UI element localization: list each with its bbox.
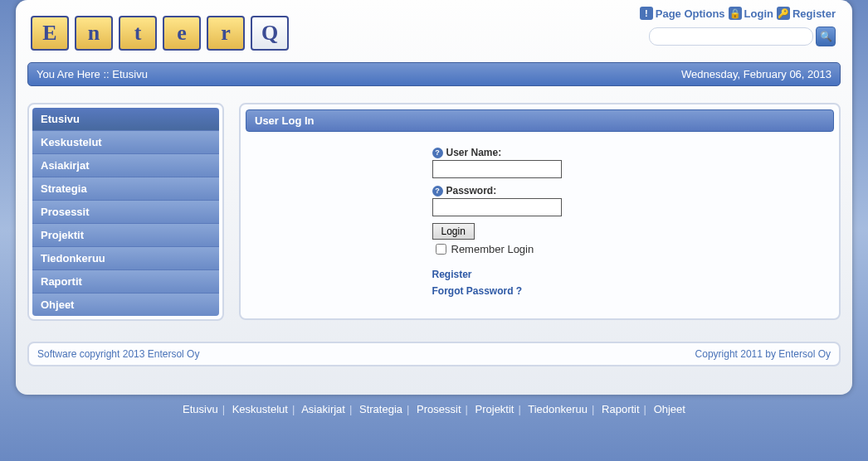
bottom-link-etusivu[interactable]: Etusivu — [183, 403, 218, 415]
separator: | — [349, 403, 352, 415]
content-module: User Log In ? User Name: ? Password: Log… — [239, 103, 841, 320]
bottom-link-projektit[interactable]: Projektit — [475, 403, 514, 415]
sidebar-item-ohjeet[interactable]: Ohjeet — [32, 294, 219, 316]
remember-checkbox[interactable] — [436, 244, 446, 255]
sidebar-nav: Etusivu Keskustelut Asiakirjat Strategia… — [32, 108, 219, 316]
logo-tile: E — [31, 16, 69, 51]
sidebar-item-tiedonkeruu[interactable]: Tiedonkeruu — [32, 247, 219, 270]
separator: | — [222, 403, 225, 415]
sidebar-item-projektit[interactable]: Projektit — [32, 224, 219, 247]
register-form-link[interactable]: Register — [432, 269, 472, 280]
sidebar-item-keskustelut[interactable]: Keskustelut — [32, 131, 219, 154]
footer-left: Software copyright 2013 Entersol Oy — [37, 348, 199, 360]
help-icon[interactable]: ? — [432, 148, 443, 158]
forgot-password-link[interactable]: Forgot Password ? — [432, 285, 523, 297]
sidebar-item-strategia[interactable]: Strategia — [32, 177, 219, 201]
sidebar-item-etusivu[interactable]: Etusivu — [32, 108, 219, 131]
sidebar-item-raportit[interactable]: Raportit — [32, 270, 219, 294]
username-input[interactable] — [432, 160, 562, 178]
separator: | — [292, 403, 295, 415]
bottom-link-keskustelut[interactable]: Keskustelut — [232, 403, 288, 415]
separator: | — [644, 403, 646, 415]
search-row: 🔍 — [649, 27, 836, 46]
help-icon[interactable]: ? — [432, 186, 443, 197]
logo-tile: r — [207, 16, 245, 51]
password-label: Password: — [446, 185, 497, 197]
login-link-label: Login — [744, 7, 773, 20]
username-label-row: ? User Name: — [432, 147, 648, 158]
separator: | — [407, 403, 409, 415]
password-label-row: ? Password: — [432, 185, 648, 197]
bottom-link-ohjeet[interactable]: Ohjeet — [654, 403, 685, 415]
bottom-link-raportit[interactable]: Raportit — [602, 403, 640, 415]
bottom-link-strategia[interactable]: Strategia — [359, 403, 402, 415]
breadcrumb-prefix: You Are Here :: — [37, 68, 112, 80]
breadcrumb: You Are Here :: Etusivu — [37, 68, 148, 80]
remember-label: Remember Login — [451, 243, 534, 255]
bottom-link-prosessit[interactable]: Prosessit — [417, 403, 461, 415]
username-label: User Name: — [446, 147, 502, 158]
header-links: ! Page Options 🔒 Login 🔑 Register — [640, 7, 836, 20]
current-date: Wednesday, February 06, 2013 — [681, 68, 831, 80]
app-card: ! Page Options 🔒 Login 🔑 Register 🔍 E n … — [16, 0, 852, 395]
login-link[interactable]: 🔒 Login — [729, 7, 773, 20]
password-input[interactable] — [432, 198, 562, 216]
sidebar: Etusivu Keskustelut Asiakirjat Strategia… — [27, 103, 224, 321]
sidebar-item-prosessit[interactable]: Prosessit — [32, 201, 219, 224]
bottom-link-asiakirjat[interactable]: Asiakirjat — [301, 403, 345, 415]
footer-right: Copyright 2011 by Entersol Oy — [695, 348, 831, 360]
page-options-link[interactable]: ! Page Options — [640, 7, 725, 20]
exclamation-icon: ! — [640, 7, 653, 20]
register-link-label: Register — [792, 7, 836, 20]
breadcrumb-current: Etusivu — [112, 68, 148, 80]
remember-row: Remember Login — [432, 241, 648, 257]
lock-icon: 🔒 — [729, 7, 742, 20]
search-icon: 🔍 — [820, 31, 832, 42]
main-columns: Etusivu Keskustelut Asiakirjat Strategia… — [27, 103, 841, 321]
separator: | — [592, 403, 594, 415]
inner-footer: Software copyright 2013 Entersol Oy Copy… — [27, 342, 841, 366]
login-button[interactable]: Login — [432, 223, 475, 240]
logo-tile: e — [163, 16, 201, 51]
separator: | — [518, 403, 520, 415]
search-button[interactable]: 🔍 — [816, 27, 836, 46]
bottom-nav: Etusivu| Keskustelut| Asiakirjat| Strate… — [27, 403, 841, 415]
key-icon: 🔑 — [777, 7, 790, 20]
module-title: User Log In — [246, 109, 834, 132]
logo-tile: Q — [251, 16, 289, 51]
register-link[interactable]: 🔑 Register — [777, 7, 836, 20]
breadcrumb-bar: You Are Here :: Etusivu Wednesday, Febru… — [27, 62, 841, 86]
search-input[interactable] — [649, 27, 813, 46]
sidebar-item-asiakirjat[interactable]: Asiakirjat — [32, 154, 219, 177]
bottom-link-tiedonkeruu[interactable]: Tiedonkeruu — [528, 403, 588, 415]
logo-tile: t — [119, 16, 157, 51]
separator: | — [466, 403, 468, 415]
page-options-label: Page Options — [656, 7, 725, 20]
login-form: ? User Name: ? Password: Login Remember … — [432, 147, 648, 302]
logo-tile: n — [75, 16, 113, 51]
